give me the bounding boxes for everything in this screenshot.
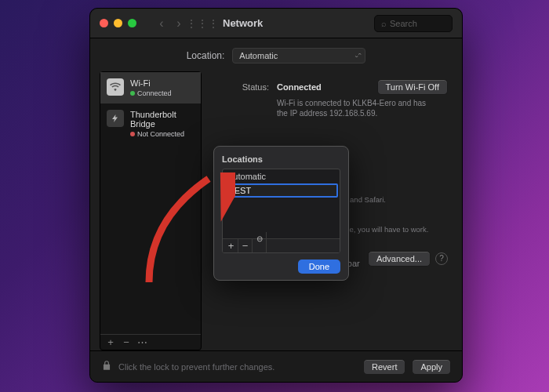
- status-value: Connected: [277, 82, 322, 92]
- done-button[interactable]: Done: [298, 260, 340, 274]
- sidebar-item-thunderbolt[interactable]: Thunderbolt Bridge Not Connected: [100, 103, 201, 144]
- revert-button[interactable]: Revert: [363, 359, 405, 375]
- apply-button[interactable]: Apply: [412, 359, 451, 375]
- locations-sheet: Locations Automatic TEST + − ⊖ ⌄ Done: [213, 146, 349, 281]
- location-select[interactable]: Automatic: [232, 48, 365, 64]
- sidebar-footer: + − ⋯: [100, 334, 201, 350]
- status-dot-icon: [130, 132, 135, 136]
- more-location-button[interactable]: ⊖ ⌄: [253, 232, 267, 254]
- minimize-icon[interactable]: [114, 19, 122, 27]
- sidebar-item-label: Wi-Fi: [130, 78, 172, 88]
- close-icon[interactable]: [100, 19, 108, 27]
- remove-interface-button[interactable]: −: [119, 336, 133, 348]
- status-label: Status:: [214, 82, 269, 92]
- traffic-lights: [100, 19, 136, 27]
- sidebar-item-label: Thunderbolt Bridge: [130, 110, 195, 129]
- zoom-icon[interactable]: [128, 19, 136, 27]
- window-title: Network: [223, 17, 263, 29]
- more-interface-button[interactable]: ⋯: [135, 336, 149, 348]
- back-icon[interactable]: ‹: [155, 16, 168, 31]
- add-location-button[interactable]: +: [224, 239, 238, 253]
- advanced-button[interactable]: Advanced...: [368, 251, 431, 267]
- location-selected: Automatic: [239, 51, 278, 60]
- interface-sidebar: Wi-Fi Connected Thunderbolt Bridge Not C…: [100, 71, 202, 350]
- help-icon[interactable]: ?: [435, 252, 448, 265]
- show-all-icon[interactable]: ⋮⋮⋮: [196, 17, 209, 30]
- locations-list: Automatic TEST + − ⊖ ⌄: [222, 169, 340, 253]
- wifi-icon: [107, 78, 124, 96]
- remove-location-button[interactable]: −: [238, 239, 253, 253]
- search-icon: ⌕: [381, 19, 387, 28]
- status-detail: Wi-Fi is connected to KLKB4-Eero and has…: [277, 98, 434, 118]
- forward-icon[interactable]: ›: [173, 16, 185, 31]
- status-dot-icon: [130, 91, 135, 96]
- nav-buttons: ‹ ›: [155, 16, 185, 31]
- turn-wifi-off-button[interactable]: Turn Wi-Fi Off: [377, 79, 448, 95]
- sidebar-item-wifi[interactable]: Wi-Fi Connected: [100, 72, 201, 103]
- titlebar: ‹ › ⋮⋮⋮ Network ⌕ Search: [90, 9, 462, 38]
- locations-toolbar: + − ⊖ ⌄: [223, 238, 340, 252]
- location-label: Location:: [187, 50, 225, 61]
- locations-title: Locations: [222, 154, 340, 164]
- status-row: Status: Connected Turn Wi-Fi Off: [214, 79, 448, 95]
- search-placeholder: Search: [390, 19, 417, 28]
- location-edit-field[interactable]: TEST: [224, 183, 338, 198]
- location-row: Location: Automatic: [90, 38, 462, 71]
- add-interface-button[interactable]: +: [104, 336, 118, 348]
- lock-icon[interactable]: [101, 360, 112, 373]
- location-item[interactable]: Automatic: [223, 169, 340, 183]
- lock-text: Click the lock to prevent further change…: [118, 362, 274, 372]
- thunderbolt-icon: [107, 110, 124, 127]
- search-input[interactable]: ⌕ Search: [374, 15, 453, 32]
- window-footer: Click the lock to prevent further change…: [90, 350, 462, 382]
